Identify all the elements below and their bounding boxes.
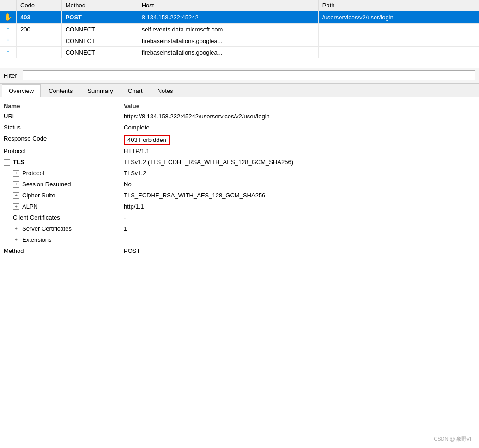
host-cell: firebaseinstallations.googlea... [138,47,318,58]
table-row[interactable]: ↑200CONNECTself.events.data.microsoft.co… [0,24,479,35]
expand-icon[interactable]: + [13,192,19,199]
overview-name: Protocol [4,147,124,154]
overview-value: POST [124,247,475,254]
row-label: Client Certificates [13,214,60,221]
overview-value: No [124,181,475,188]
expand-icon[interactable]: + [13,170,19,177]
overview-name: Response Code [4,135,124,142]
row-label: Server Certificates [22,225,72,232]
overview-value: HTTP/1.1 [124,147,475,154]
requests-table: Code Method Host Path ✋403POST8.134.158.… [0,0,479,58]
overview-name: +Extensions [4,236,124,243]
overview-row: −TLSTLSv1.2 (TLS_ECDHE_RSA_WITH_AES_128_… [0,157,479,168]
hand-icon: ✋ [0,11,17,24]
name-header: Name [4,103,124,110]
overview-row: Client Certificates- [0,213,479,224]
row-label: Response Code [4,135,47,142]
arrow-up-icon: ↑ [0,24,17,35]
col-host: Host [138,0,318,11]
expand-icon[interactable]: + [13,181,19,188]
table-row[interactable]: ↑CONNECTfirebaseinstallations.googlea... [0,47,479,58]
arrow-up-icon: ↑ [0,47,17,58]
host-cell: firebaseinstallations.googlea... [138,35,318,47]
tab-chart[interactable]: Chart [121,84,150,97]
method-cell: CONNECT [61,47,138,58]
overview-row: MethodPOST [0,246,479,257]
overview-row: +Server Certificates1 [0,224,479,235]
overview-name: +Session Resumed [4,181,124,188]
overview-value: https://8.134.158.232:45242/userservices… [124,113,475,120]
overview-name: −TLS [4,159,124,166]
overview-row: ProtocolHTTP/1.1 [0,146,479,157]
filter-input[interactable] [23,70,476,80]
overview-row: URLhttps://8.134.158.232:45242/userservi… [0,111,479,123]
col-code: Code [17,0,62,11]
overview-row: +Session ResumedNo [0,179,479,190]
path-cell [318,47,479,58]
table-row[interactable]: ✋403POST8.134.158.232:45242/userservices… [0,11,479,24]
row-label: TLS [13,159,24,166]
overview-value: Complete [124,124,475,131]
col-method: Method [61,0,138,11]
overview-row: +ProtocolTLSv1.2 [0,168,479,179]
overview-row: +Extensions [0,235,479,246]
code-cell [17,35,62,47]
tab-contents[interactable]: Contents [42,84,79,97]
arrow-up-icon: ↑ [0,35,17,47]
overview-name: URL [4,113,124,120]
overview-name: +ALPN [4,203,124,210]
overview-name: +Cipher Suite [4,192,124,199]
code-cell: 403 [17,11,62,24]
overview-value: TLS_ECDHE_RSA_WITH_AES_128_GCM_SHA256 [124,192,475,199]
col-icon [0,0,17,11]
row-label: URL [4,113,16,120]
overview-row: +ALPNhttp/1.1 [0,202,479,213]
table-row[interactable]: ↑CONNECTfirebaseinstallations.googlea... [0,35,479,47]
tab-overview[interactable]: Overview [2,84,41,97]
host-cell: self.events.data.microsoft.com [138,24,318,35]
filter-bar: Filter: [0,68,479,84]
overview-name: +Server Certificates [4,225,124,232]
overview-row: +Cipher SuiteTLS_ECDHE_RSA_WITH_AES_128_… [0,190,479,202]
method-cell: CONNECT [61,24,138,35]
overview-value: 403 Forbidden [124,135,475,145]
row-label: Protocol [22,170,44,177]
overview-value: - [124,214,475,221]
response-code-value: 403 Forbidden [124,135,170,145]
overview-name: Client Certificates [4,214,124,221]
overview-row: StatusComplete [0,123,479,134]
row-label: Protocol [4,147,26,154]
expand-icon[interactable]: + [13,226,19,232]
row-label: Status [4,124,21,131]
code-cell [17,47,62,58]
col-path: Path [318,0,479,11]
path-cell [318,24,479,35]
path-cell: /userservices/v2/user/login [318,11,479,24]
overview-value: http/1.1 [124,203,475,210]
overview-row: Response Code403 Forbidden [0,134,479,146]
overview-name: Status [4,124,124,131]
host-cell: 8.134.158.232:45242 [138,11,318,24]
row-label: Method [4,247,24,254]
overview-panel: Name Value URLhttps://8.134.158.232:4524… [0,97,479,261]
row-label: Cipher Suite [22,192,55,199]
collapse-icon[interactable]: − [4,159,10,166]
expand-icon[interactable]: + [13,237,19,243]
method-cell: CONNECT [61,35,138,47]
overview-value: 1 [124,225,475,232]
overview-value: TLSv1.2 [124,170,475,177]
overview-headers: Name Value [0,101,479,111]
code-cell: 200 [17,24,62,35]
row-label: Extensions [22,236,52,243]
path-cell [318,35,479,47]
row-label: ALPN [22,203,38,210]
tab-summary[interactable]: Summary [80,84,120,97]
expand-icon[interactable]: + [13,203,19,210]
overview-value: TLSv1.2 (TLS_ECDHE_RSA_WITH_AES_128_GCM_… [124,159,475,166]
tabs-bar: OverviewContentsSummaryChartNotes [0,84,479,97]
value-header: Value [124,103,475,110]
tab-notes[interactable]: Notes [151,84,180,97]
row-label: Session Resumed [22,181,71,188]
method-cell: POST [61,11,138,24]
watermark: CSDN @ 象野VH [434,436,473,442]
